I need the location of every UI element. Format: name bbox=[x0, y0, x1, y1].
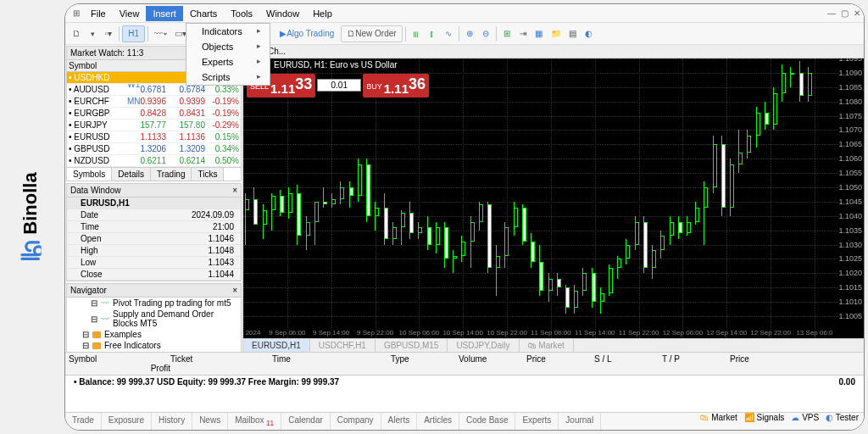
nav-item[interactable]: ⊟ 〰 Supply and Demand Order Blocks MT5 bbox=[67, 309, 241, 329]
minimize-icon[interactable]: — bbox=[827, 8, 836, 18]
nav-icon[interactable]: 📁 bbox=[548, 25, 565, 42]
term-tab-news[interactable]: News bbox=[192, 413, 228, 430]
dropdown-indicators[interactable]: Indicators▸ bbox=[186, 24, 270, 39]
mw-row[interactable]: • EURGBP0.84280.8431-0.19% bbox=[67, 108, 241, 120]
term-tab-articles[interactable]: Articles bbox=[417, 413, 459, 430]
status-market[interactable]: 🛍 Market bbox=[700, 413, 737, 430]
mw-row[interactable]: • EURUSD1.11331.11360.15% bbox=[67, 131, 241, 143]
term-tab-experts[interactable]: Experts bbox=[515, 413, 559, 430]
menu-file[interactable]: File bbox=[84, 6, 113, 21]
mw-row[interactable]: • NZDUSD0.62110.62140.50% bbox=[67, 155, 241, 167]
line-style-icon[interactable]: 〰▾ bbox=[151, 25, 170, 42]
chart-tab[interactable]: USDJPY,Daily bbox=[448, 339, 519, 352]
chart-tab[interactable]: GBPUSD,M15 bbox=[376, 339, 448, 352]
chart-tabs: EURUSD,H1USDCHF,H1GBPUSD,M15USDJPY,Daily… bbox=[243, 338, 864, 352]
panel-close-icon[interactable]: × bbox=[232, 186, 237, 195]
grid-icon[interactable]: ⊞ bbox=[499, 25, 515, 42]
mw-row[interactable]: • EURCHF0.93960.9399-0.19% bbox=[67, 96, 241, 108]
mw-tab-trading[interactable]: Trading bbox=[151, 168, 192, 181]
term-col: Price bbox=[526, 354, 594, 364]
menu-charts[interactable]: Charts bbox=[183, 6, 224, 21]
new-order-button[interactable]: 🗋 New Order bbox=[341, 25, 402, 42]
menu-window[interactable]: Window bbox=[259, 6, 306, 21]
status-vps[interactable]: ☁ VPS bbox=[791, 413, 819, 430]
profiles-icon[interactable]: ▫▾ bbox=[101, 25, 116, 42]
menu-help[interactable]: Help bbox=[306, 6, 339, 21]
chart-tab[interactable]: EURUSD,H1 bbox=[243, 339, 310, 352]
nav-item[interactable]: ⊟ 〰 Pivot Trading pp trading for mt5 bbox=[67, 298, 241, 309]
chart-pane-title: Daily Ch... bbox=[243, 45, 864, 58]
term-col: Type bbox=[391, 354, 459, 364]
chart-tab[interactable]: USDCHF,H1 bbox=[310, 339, 376, 352]
timeframe-H1[interactable]: H1 bbox=[122, 25, 145, 42]
term-tab-code base[interactable]: Code Base bbox=[459, 413, 515, 430]
new-chart-icon[interactable]: 🗋 bbox=[69, 25, 84, 42]
profit-value: 0.00 bbox=[839, 377, 855, 387]
close-icon[interactable]: ✕ bbox=[854, 8, 860, 18]
dataw-icon[interactable]: ▦ bbox=[531, 25, 547, 42]
balance-text: Balance: 99 999.37 USD Equity: 99 999.37… bbox=[79, 377, 339, 387]
chart-candle-icon[interactable]: ⫿ bbox=[425, 25, 440, 42]
open-icon[interactable]: ▾ bbox=[85, 25, 100, 42]
chart-bar-icon[interactable]: ⫼ bbox=[409, 25, 424, 42]
term-tab-journal[interactable]: Journal bbox=[559, 413, 601, 430]
mw-tab-symbols[interactable]: Symbols bbox=[67, 168, 112, 181]
menu-bar: ⊞ FileViewInsertChartsToolsWindowHelp — … bbox=[65, 4, 864, 23]
mw-tab-ticks[interactable]: Ticks bbox=[192, 168, 224, 181]
navigator-panel: Navigator× ⊟ 〰 Pivot Trading pp trading … bbox=[66, 283, 242, 352]
market-watch-tabs: SymbolsDetailsTradingTicks bbox=[67, 167, 241, 181]
strategy-icon[interactable]: ◐ bbox=[581, 25, 597, 42]
mw-row[interactable]: • GBPUSD1.32061.32090.34% bbox=[67, 143, 241, 155]
nav-item[interactable]: ⊟ Examples bbox=[67, 329, 241, 340]
mw-row[interactable]: • AUDUSD0.67810.67840.33% bbox=[67, 84, 241, 96]
status-tester[interactable]: ◐ Tester bbox=[826, 413, 859, 430]
chart-canvas[interactable]: EURUSD, H1: Euro vs US Dollar SELL 1.113… bbox=[243, 58, 864, 338]
dw-row: Date2024.09.09 bbox=[67, 209, 241, 221]
brand-logo-column: Binolla bbox=[0, 0, 61, 434]
nav-item[interactable]: ⊟ Free Indicators bbox=[67, 340, 241, 351]
dropdown-experts[interactable]: Experts▸ bbox=[186, 54, 270, 70]
brand-name: Binolla bbox=[19, 172, 42, 234]
status-signals[interactable]: 📶 Signals bbox=[744, 413, 785, 430]
buy-button[interactable]: BUY 1.1136 bbox=[363, 74, 429, 97]
mw-col-symbol: Symbol bbox=[69, 61, 127, 70]
term-tab-company[interactable]: Company bbox=[331, 413, 381, 430]
autoscroll-icon[interactable]: ⇥ bbox=[515, 25, 531, 42]
term-tab-exposure[interactable]: Exposure bbox=[102, 413, 152, 430]
term-tab-history[interactable]: History bbox=[152, 413, 192, 430]
maximize-icon[interactable]: ▢ bbox=[841, 8, 849, 18]
data-window-panel: Data Window× EURUSD,H1Date2024.09.09Time… bbox=[66, 183, 242, 281]
chart-area: Daily Ch... EURUSD, H1: Euro vs US Dolla… bbox=[243, 45, 864, 352]
term-col: Profit bbox=[69, 364, 170, 373]
term-tab-alerts[interactable]: Alerts bbox=[381, 413, 418, 430]
menu-insert[interactable]: Insert bbox=[146, 6, 183, 21]
dropdown-scripts[interactable]: Scripts▸ bbox=[186, 70, 270, 85]
term-tab-trade[interactable]: Trade bbox=[65, 413, 102, 430]
termw-icon[interactable]: ▤ bbox=[565, 25, 581, 42]
zoom-in-icon[interactable]: ⊕ bbox=[462, 25, 477, 42]
menu-view[interactable]: View bbox=[113, 6, 147, 21]
menu-tools[interactable]: Tools bbox=[224, 6, 259, 21]
dropdown-objects[interactable]: Objects▸ bbox=[186, 39, 270, 54]
zoom-out-icon[interactable]: ⊖ bbox=[478, 25, 493, 42]
app-icon: ⊞ bbox=[69, 5, 84, 22]
binolla-logo-icon bbox=[19, 240, 42, 262]
terminal-panel: SymbolTicketTimeTypeVolumePriceS / LT / … bbox=[65, 352, 864, 430]
application-window: ⊞ FileViewInsertChartsToolsWindowHelp — … bbox=[64, 3, 865, 431]
dw-row: Time21:00 bbox=[67, 221, 241, 233]
mw-tab-details[interactable]: Details bbox=[112, 168, 151, 181]
chart-tab[interactable]: 🛍 Market bbox=[520, 339, 574, 352]
chart-title-text: EURUSD, H1: Euro vs US Dollar bbox=[274, 60, 398, 70]
chart-line-icon[interactable]: ∿ bbox=[441, 25, 456, 42]
term-tab-calendar[interactable]: Calendar bbox=[281, 413, 331, 430]
dw-row: Open1.1046 bbox=[67, 233, 241, 245]
insert-dropdown: Indicators▸Objects▸Experts▸Scripts▸ bbox=[186, 23, 270, 86]
quote-panel: SELL 1.1133 BUY 1.1136 bbox=[247, 74, 429, 97]
term-col: Volume bbox=[459, 354, 526, 364]
mw-row[interactable]: • EURJPY157.77157.80-0.29% bbox=[67, 120, 241, 131]
term-col: Symbol bbox=[69, 354, 170, 364]
algo-trading-button[interactable]: ▶ Algo Trading bbox=[274, 25, 340, 42]
volume-input[interactable] bbox=[317, 79, 361, 92]
panel-close-icon[interactable]: × bbox=[232, 286, 237, 295]
term-tab-mailbox[interactable]: Mailbox 11 bbox=[228, 413, 281, 430]
